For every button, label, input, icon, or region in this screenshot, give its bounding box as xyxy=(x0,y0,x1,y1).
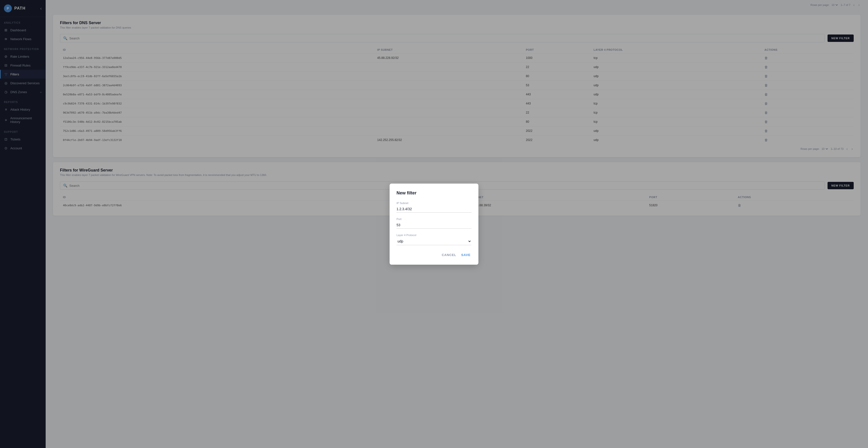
port-input[interactable] xyxy=(397,221,471,229)
protocol-label: Layer 4 Protocol xyxy=(397,234,471,237)
modal-overlay: New filter IP Subnet Port Layer 4 Protoc… xyxy=(0,0,868,448)
new-filter-modal: New filter IP Subnet Port Layer 4 Protoc… xyxy=(390,183,478,265)
cancel-button[interactable]: CANCEL xyxy=(441,251,457,259)
protocol-group: Layer 4 Protocol tcp udp xyxy=(397,234,471,245)
protocol-select[interactable]: tcp udp xyxy=(397,238,471,245)
modal-title: New filter xyxy=(397,191,471,196)
ip-subnet-group: IP Subnet xyxy=(397,202,471,213)
save-button[interactable]: SAVE xyxy=(460,251,471,259)
modal-actions: CANCEL SAVE xyxy=(397,251,471,259)
ip-subnet-label: IP Subnet xyxy=(397,202,471,205)
ip-subnet-input[interactable] xyxy=(397,206,471,213)
port-group: Port xyxy=(397,217,471,229)
port-label: Port xyxy=(397,217,471,220)
